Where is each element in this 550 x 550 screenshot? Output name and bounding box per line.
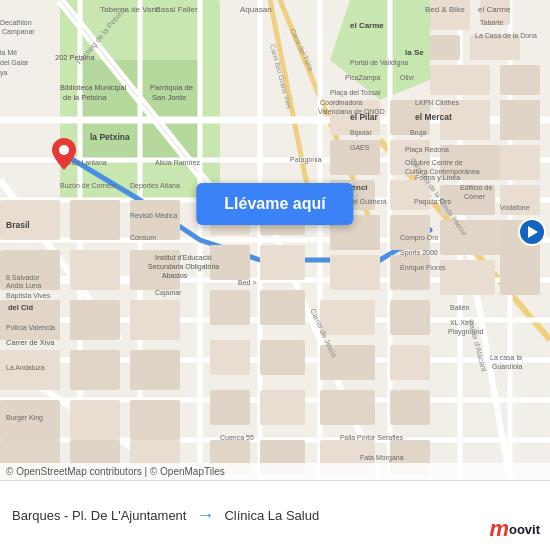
svg-text:Biblioteca Municipal: Biblioteca Municipal [60,83,127,92]
from-stop-label: Barques - Pl. De L'Ajuntament [12,508,186,523]
svg-text:Bipolar: Bipolar [350,129,372,137]
svg-text:la Mè: la Mè [0,49,17,56]
svg-rect-57 [70,200,120,240]
svg-rect-66 [70,350,120,390]
svg-rect-82 [210,390,250,425]
svg-text:Burger King: Burger King [6,414,43,422]
svg-text:Olivr: Olivr [400,74,415,81]
bottom-navigation-bar: Barques - Pl. De L'Ajuntament → Clínica … [0,480,550,550]
svg-text:Campanar: Campanar [2,28,35,36]
svg-text:San Jorde: San Jorde [152,93,186,102]
svg-text:ya: ya [0,69,8,77]
svg-text:Bed & Bike: Bed & Bike [425,5,465,14]
svg-text:La Casa de la Dona: La Casa de la Dona [475,32,537,39]
svg-text:GAES: GAES [350,144,370,151]
svg-rect-91 [390,390,430,425]
svg-text:Aquasan: Aquasan [240,5,272,14]
svg-text:Abastos: Abastos [162,272,188,279]
svg-rect-64 [130,300,180,340]
moovit-logo-m: m [489,516,509,542]
svg-text:del Cid: del Cid [8,303,33,312]
svg-text:el Carme: el Carme [478,5,511,14]
svg-rect-43 [440,220,500,255]
svg-text:Casal Faller: Casal Faller [155,5,198,14]
svg-text:Bruja: Bruja [410,129,426,137]
svg-rect-63 [70,300,120,340]
svg-rect-36 [500,65,540,95]
svg-text:el Mercat: el Mercat [415,112,452,122]
svg-text:Plaça Redona: Plaça Redona [405,146,449,154]
svg-rect-67 [130,350,180,390]
svg-text:del Galar: del Galar [0,59,29,66]
svg-text:Institut d'Educació: Institut d'Educació [155,254,212,261]
svg-text:Vodafone: Vodafone [500,204,530,211]
svg-rect-53 [390,215,430,250]
svg-rect-87 [390,300,430,335]
svg-rect-34 [430,35,460,60]
svg-rect-55 [390,255,430,290]
svg-text:Compro Oro: Compro Oro [400,234,439,242]
svg-text:Cuenca 55: Cuenca 55 [220,434,254,441]
location-pin [52,138,76,166]
svg-rect-86 [320,300,375,335]
svg-text:Tabarte: Tabarte [480,19,503,26]
to-stop-label: Clínica La Salud [224,508,319,523]
svg-text:Policia Valencia: Policia Valencia [6,324,55,331]
svg-rect-89 [390,345,430,380]
svg-rect-54 [330,255,380,290]
svg-text:Brasil: Brasil [6,220,30,230]
svg-text:Sports 2000: Sports 2000 [400,249,438,257]
svg-rect-51 [390,180,430,210]
svg-point-178 [59,145,69,155]
svg-text:Buzón de Correos: Buzón de Correos [60,182,117,189]
svg-text:de la Petxina: de la Petxina [63,93,107,102]
svg-text:Comer: Comer [464,193,486,200]
svg-text:Andis Luna: Andis Luna [6,282,41,289]
svg-text:Cajamar: Cajamar [155,289,182,297]
svg-text:PicaZampa: PicaZampa [345,74,381,82]
svg-rect-40 [500,145,540,180]
moovit-logo: m oovit [489,516,540,542]
svg-rect-81 [260,340,305,375]
svg-text:Falla Pintor Serafles: Falla Pintor Serafles [340,434,404,441]
svg-rect-79 [260,290,305,325]
svg-rect-90 [320,390,375,425]
destination-arrow [518,218,546,246]
svg-rect-80 [210,340,250,375]
svg-rect-60 [70,250,120,290]
svg-text:Alicia Ramírez: Alicia Ramírez [155,159,201,166]
llevame-aqui-button[interactable]: Llévame aquí [196,183,353,225]
svg-rect-38 [500,100,540,140]
svg-text:8 Salvador: 8 Salvador [6,274,40,281]
svg-rect-44 [440,260,495,295]
svg-text:Guardiola: Guardiola [492,363,522,370]
svg-text:Edificio de: Edificio de [460,184,492,191]
map-container: Taberna de Vane Casal Faller Aquasan Bed… [0,0,550,480]
svg-text:LKPN Clothes: LKPN Clothes [415,99,459,106]
svg-text:Revisió Mèdica: Revisió Mèdica [130,212,178,219]
svg-text:Bailén: Bailén [450,304,470,311]
svg-text:Enrique Flores: Enrique Flores [400,264,446,272]
svg-text:Forma y Línea: Forma y Línea [415,174,460,182]
svg-text:Patagonia: Patagonia [290,156,322,164]
svg-text:la Petxina: la Petxina [90,132,130,142]
svg-text:Consum: Consum [130,234,156,241]
route-info: Barques - Pl. De L'Ajuntament → Clínica … [12,505,538,526]
svg-text:Taberna de Vane: Taberna de Vane [100,5,161,14]
route-direction-arrow: → [196,505,214,526]
svg-text:Portal de Valldigna: Portal de Valldigna [350,59,408,67]
svg-text:Baptista Vives: Baptista Vives [6,292,51,300]
svg-text:La casa la: La casa la [490,354,522,361]
map-copyright: © OpenStreetMap contributors | © OpenMap… [0,463,550,480]
svg-text:Secundaria Obligatòria: Secundaria Obligatòria [148,263,219,271]
svg-rect-70 [130,400,180,440]
svg-text:Plaça del Tossal: Plaça del Tossal [330,89,381,97]
svg-rect-69 [70,400,120,440]
svg-rect-77 [260,245,305,280]
svg-text:Parròquia de: Parròquia de [150,83,193,92]
svg-rect-83 [260,390,305,425]
svg-text:Bed >: Bed > [238,279,257,286]
svg-text:La Andaluza: La Andaluza [6,364,45,371]
svg-text:Decathlon: Decathlon [0,19,32,26]
svg-text:el Pilar: el Pilar [350,112,379,122]
